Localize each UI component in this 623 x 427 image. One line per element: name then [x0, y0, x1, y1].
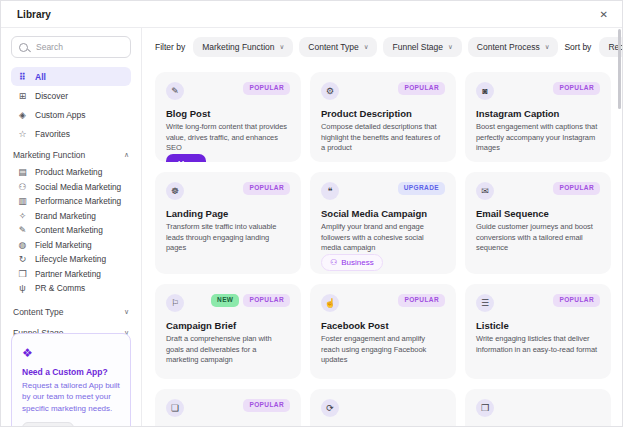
app-card[interactable]: ❏ POPULAR Meta Title and Description: [155, 389, 301, 426]
sort-by-label: Sort by: [564, 42, 591, 52]
badge-group: POPULAR: [553, 82, 600, 95]
chevron-down-icon: ∨: [124, 308, 129, 316]
app-card[interactable]: ⟳ Content Rewriter: [310, 389, 456, 426]
card-top: ✎ POPULAR: [166, 82, 290, 100]
app-card[interactable]: ✉ POPULAR Email Sequence Guide customer …: [465, 172, 611, 274]
app-description: Amplify your brand and engage followers …: [321, 222, 445, 254]
sidebar-nav-item[interactable]: ⠿ All: [11, 67, 131, 86]
category-label: Performance Marketing: [35, 196, 121, 206]
badge-group: UPGRADE: [398, 182, 445, 195]
app-card[interactable]: ⚙ POPULAR Product Description Compose de…: [310, 72, 456, 162]
sidebar-category-item[interactable]: ✎ Content Marketing: [11, 223, 131, 238]
search-icon: [19, 43, 28, 52]
filter-dropdown-label: Content Process: [477, 42, 540, 52]
nav-item-label: All: [35, 72, 46, 82]
category-icon: ✎: [17, 225, 28, 235]
card-top: ☸ POPULAR: [166, 182, 290, 200]
section-header[interactable]: Content Type ∨: [13, 307, 129, 317]
app-description: Guide customer journeys and boost conver…: [476, 222, 600, 254]
card-top: ❏ POPULAR: [166, 399, 290, 417]
card-top: ✉ POPULAR: [476, 182, 600, 200]
badge-group: POPULAR: [243, 182, 290, 195]
status-badge: POPULAR: [243, 82, 290, 95]
app-title: Listicle: [476, 320, 600, 331]
app-card[interactable]: ☝ POPULAR Facebook Post Foster engagemen…: [310, 284, 456, 379]
sidebar-nav-item[interactable]: ◈ Custom Apps: [11, 105, 131, 124]
card-top: ◙ POPULAR: [476, 82, 600, 100]
status-badge: POPULAR: [243, 182, 290, 195]
status-badge: POPULAR: [553, 182, 600, 195]
category-icon: ⚇: [17, 182, 28, 192]
filter-dropdown[interactable]: Marketing Function ∨: [193, 37, 293, 57]
scrollbar-thumb[interactable]: [618, 29, 621, 109]
card-top: ⚐ NEW POPULAR: [166, 294, 290, 312]
app-title: LinkedIn Post: [476, 425, 600, 426]
app-description: Compose detailed descriptions that highl…: [321, 122, 445, 154]
app-icon: ⟳: [321, 399, 339, 417]
card-top: ⚙ POPULAR: [321, 82, 445, 100]
filter-dropdown[interactable]: Content Process ∨: [468, 37, 559, 57]
app-description: Write engaging listicles that deliver in…: [476, 334, 600, 355]
category-icon: ▤: [17, 167, 28, 177]
badge-group: POPULAR: [553, 182, 600, 195]
status-badge: UPGRADE: [398, 182, 445, 195]
status-badge: NEW: [211, 294, 239, 307]
category-icon: ▥: [17, 196, 28, 206]
app-icon: ✉: [476, 182, 494, 200]
app-card[interactable]: ❝ UPGRADE Social Media Campaign Amplify …: [310, 172, 456, 274]
app-card[interactable]: ☰ POPULAR Listicle Write engaging listic…: [465, 284, 611, 379]
nav-item-icon: ⠿: [17, 72, 28, 82]
status-badge: POPULAR: [553, 82, 600, 95]
app-card[interactable]: ⚐ NEW POPULAR Campaign Brief Draft a com…: [155, 284, 301, 379]
status-badge: POPULAR: [553, 294, 600, 307]
chevron-up-icon: ∧: [124, 151, 129, 159]
card-top: ☰ POPULAR: [476, 294, 600, 312]
section-marketing-function: Marketing Function ∧ ▤ Product Marketing…: [11, 150, 131, 296]
app-icon: ⚙: [321, 82, 339, 100]
sidebar-nav-item[interactable]: ☆ Favorites: [11, 124, 131, 143]
app-description: Foster engagement and amplify reach usin…: [321, 334, 445, 366]
section-label: Marketing Function: [13, 150, 85, 160]
nav-item-icon: ⊞: [17, 91, 28, 101]
sidebar-nav-item[interactable]: ⊞ Discover: [11, 86, 131, 105]
sidebar-category-item[interactable]: ▤ Product Marketing: [11, 165, 131, 180]
app-card[interactable]: ◙ POPULAR Instagram Caption Boost engage…: [465, 72, 611, 162]
card-top: ☝ POPULAR: [321, 294, 445, 312]
chevron-down-icon: ∨: [448, 43, 453, 51]
category-label: Content Marketing: [35, 225, 103, 235]
sidebar-category-item[interactable]: ✧ Brand Marketing: [11, 209, 131, 224]
app-title: Email Sequence: [476, 208, 600, 219]
request-button[interactable]: Request: [22, 422, 74, 426]
filter-dropdown[interactable]: Content Type ∨: [299, 37, 377, 57]
app-icon: ◙: [476, 82, 494, 100]
filter-dropdown-label: Content Type: [308, 42, 358, 52]
app-card[interactable]: ❒ LinkedIn Post: [465, 389, 611, 426]
category-label: Field Marketing: [35, 240, 92, 250]
use-button[interactable]: Use: [166, 154, 206, 163]
category-label: Lifecycle Marketing: [35, 254, 106, 264]
sidebar-category-item[interactable]: ◍ Field Marketing: [11, 238, 131, 253]
card-top: ⟳: [321, 399, 445, 417]
search-box[interactable]: [11, 36, 131, 58]
app-card[interactable]: ✎ POPULAR Blog Post Write long-form cont…: [155, 72, 301, 162]
sidebar: ⠿ All ⊞ Discover ◈ Custom Apps ☆: [1, 28, 142, 426]
app-icon: ⚐: [166, 294, 184, 312]
sidebar-category-item[interactable]: ↻ Lifecycle Marketing: [11, 252, 131, 267]
search-input[interactable]: [34, 41, 123, 53]
app-description: Write long-form content that provides va…: [166, 122, 290, 154]
app-icon: ☝: [321, 294, 339, 312]
badge-group: POPULAR: [398, 294, 445, 307]
sidebar-category-item[interactable]: ⚇ Social Media Marketing: [11, 180, 131, 195]
sidebar-category-item[interactable]: ▥ Performance Marketing: [11, 194, 131, 209]
section-header-marketing-function[interactable]: Marketing Function ∧: [13, 150, 129, 160]
app-title: Product Description: [321, 108, 445, 119]
sidebar-category-item[interactable]: ψ PR & Comms: [11, 281, 131, 296]
filter-dropdown[interactable]: Funnel Stage ∨: [383, 37, 461, 57]
app-card[interactable]: ☸ POPULAR Landing Page Transform site tr…: [155, 172, 301, 274]
close-icon[interactable]: ✕: [598, 7, 610, 22]
category-icon: ↻: [17, 254, 28, 264]
business-tag: ⚇ Business: [321, 254, 383, 271]
app-description: Transform site traffic into valuable lea…: [166, 222, 290, 254]
sidebar-category-item[interactable]: ❒ Partner Marketing: [11, 267, 131, 282]
toolbar: Filter by Marketing Function ∨ Content T…: [155, 37, 611, 57]
